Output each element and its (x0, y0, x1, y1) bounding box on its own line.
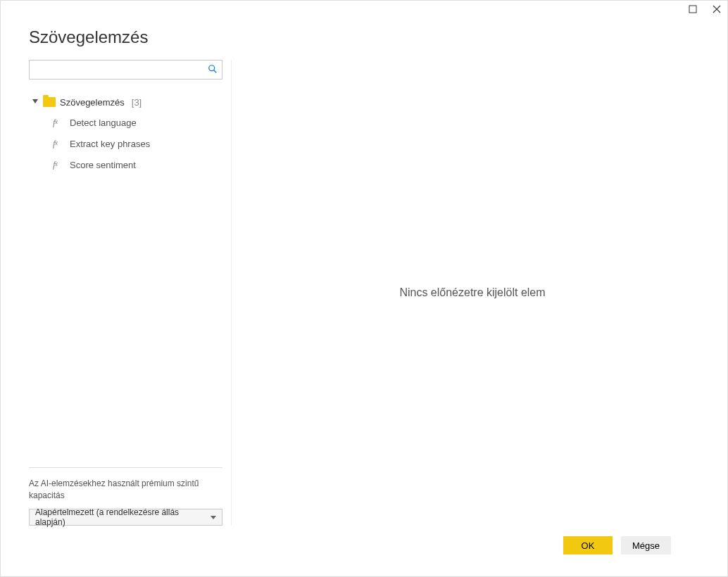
collapse-icon (32, 99, 39, 105)
page-title: Szövegelemzés (29, 27, 699, 47)
capacity-section: Az AI-elemzésekhez használt prémium szin… (29, 467, 222, 526)
ok-button[interactable]: OK (563, 536, 613, 554)
tree-item-label: Score sentiment (70, 160, 136, 170)
preview-empty-text: Nincs előnézetre kijelölt elem (399, 286, 545, 299)
tree-folder[interactable]: Szövegelemzés [3] (29, 92, 222, 112)
tree-item-score-sentiment[interactable]: fx Score sentiment (29, 154, 222, 175)
titlebar (1, 1, 727, 18)
function-icon: fx (53, 138, 64, 149)
svg-marker-6 (211, 516, 216, 519)
tree-item-label: Extract key phrases (70, 139, 150, 149)
svg-line-4 (214, 70, 217, 72)
svg-point-3 (209, 65, 215, 70)
svg-marker-5 (32, 99, 38, 103)
close-button[interactable] (712, 4, 722, 14)
left-pane: Szövegelemzés [3] fx Detect language fx … (29, 60, 232, 526)
search-icon (208, 64, 218, 76)
tree: Szövegelemzés [3] fx Detect language fx … (29, 92, 222, 462)
body-row: Szövegelemzés [3] fx Detect language fx … (29, 60, 699, 526)
function-icon: fx (53, 159, 64, 170)
preview-pane: Nincs előnézetre kijelölt elem (246, 60, 699, 526)
dialog-window: Szövegelemzés Szövegelemzés (0, 0, 728, 577)
search-box[interactable] (29, 60, 222, 80)
folder-icon (43, 97, 56, 107)
svg-rect-0 (689, 6, 696, 13)
capacity-dropdown[interactable]: Alapértelmezett (a rendelkezésre állás a… (29, 509, 222, 526)
search-input[interactable] (34, 65, 208, 75)
cancel-button[interactable]: Mégse (621, 536, 671, 554)
content-area: Szövegelemzés Szövegelemzés (1, 18, 727, 576)
close-icon (713, 5, 721, 13)
function-icon: fx (53, 117, 64, 128)
chevron-down-icon (211, 512, 216, 522)
folder-count: [3] (132, 97, 142, 108)
maximize-icon (689, 5, 697, 13)
tree-item-label: Detect language (70, 118, 137, 128)
dropdown-value: Alapértelmezett (a rendelkezésre állás a… (35, 507, 211, 527)
footer: OK Mégse (29, 526, 699, 565)
tree-item-detect-language[interactable]: fx Detect language (29, 112, 222, 133)
folder-label: Szövegelemzés (60, 97, 125, 108)
tree-item-extract-key-phrases[interactable]: fx Extract key phrases (29, 133, 222, 154)
capacity-label: Az AI-elemzésekhez használt prémium szin… (29, 478, 222, 502)
maximize-button[interactable] (688, 4, 698, 14)
